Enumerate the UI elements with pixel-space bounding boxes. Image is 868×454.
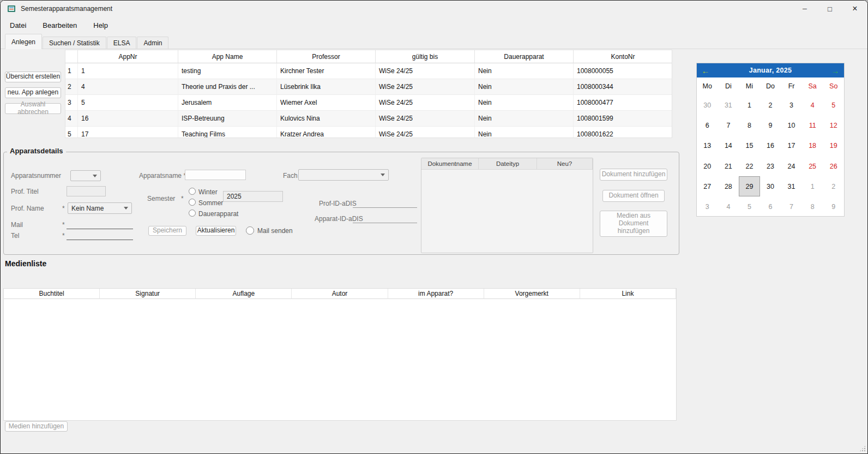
app-table-row[interactable]: 416ISP-BetreuungKulovics NinaWiSe 24/25N… (65, 111, 672, 127)
prof-id-adis-input[interactable] (353, 198, 417, 208)
column-header-index[interactable] (65, 50, 78, 63)
apparat-id-adis-input[interactable] (353, 213, 417, 223)
menu-help[interactable]: Help (85, 18, 116, 33)
column-header-buchtitel[interactable]: Buchtitel (4, 289, 100, 299)
column-header-im-apparat[interactable]: im Apparat? (388, 289, 484, 299)
prev-month-icon[interactable]: ← (697, 66, 714, 75)
neue-app-anlegen-button[interactable]: neu. App anlegen (5, 87, 61, 98)
resize-grip[interactable] (859, 445, 866, 452)
tab-suchen-statistik[interactable]: Suchen / Statistik (43, 37, 106, 49)
column-header-signatur[interactable]: Signatur (100, 289, 196, 299)
calendar-day[interactable]: 17 (781, 136, 802, 156)
column-header-link[interactable]: Link (580, 289, 676, 299)
dauerapparat-radio[interactable] (189, 210, 196, 217)
calendar-day[interactable]: 6 (697, 115, 718, 135)
dokument-hinzufuegen-button[interactable]: Dokument hinzufügen (600, 169, 667, 181)
mail-input[interactable] (67, 219, 133, 229)
column-header-dateityp[interactable]: Dateityp (479, 158, 537, 170)
aktualisieren-button[interactable]: Aktualisieren (196, 226, 236, 236)
sommer-radio[interactable] (189, 199, 196, 206)
next-month-icon[interactable]: → (827, 66, 844, 75)
prof-name-select[interactable]: Kein Name (68, 202, 132, 214)
uebersicht-erstellen-button[interactable]: Übersicht erstellen (5, 71, 61, 82)
semester-jahr-input[interactable] (223, 191, 283, 202)
winter-radio[interactable] (189, 188, 196, 195)
tab-anlegen[interactable]: Anlegen (5, 34, 42, 49)
calendar-day[interactable]: 16 (760, 136, 781, 156)
calendar-day[interactable]: 27 (697, 176, 718, 196)
calendar-day[interactable]: 30 (697, 95, 718, 115)
column-header-gueltig-bis[interactable]: gültig bis (376, 50, 475, 63)
calendar-day[interactable]: 29 (739, 176, 760, 196)
calendar-day[interactable]: 1 (802, 176, 823, 196)
maximize-icon[interactable]: □ (817, 1, 842, 17)
minimize-icon[interactable]: ─ (792, 1, 817, 17)
calendar-day[interactable]: 3 (781, 95, 802, 115)
app-table-row[interactable]: 11testingKirchner TesterWiSe 24/25Nein10… (65, 63, 672, 79)
calendar-day[interactable]: 9 (823, 196, 844, 217)
calendar-day[interactable]: 11 (802, 115, 823, 135)
calendar-day[interactable]: 28 (718, 176, 739, 196)
calendar-day[interactable]: 25 (802, 156, 823, 176)
calendar-day[interactable]: 8 (739, 115, 760, 135)
auswahl-abbrechen-button[interactable]: Auswahl abbrechen (5, 103, 61, 114)
calendar-day[interactable]: 2 (760, 95, 781, 115)
apparatsname-input[interactable] (185, 170, 246, 180)
speichern-button[interactable]: Speichern (148, 226, 186, 236)
column-header-app-name[interactable]: App Name (178, 50, 277, 63)
calendar-day[interactable]: 22 (739, 156, 760, 176)
app-table-row[interactable]: 35JerusalemWiemer AxelWiSe 24/25Nein1008… (65, 95, 672, 111)
calendar-day[interactable]: 3 (697, 196, 718, 217)
column-header-auflage[interactable]: Auflage (196, 289, 292, 299)
calendar-day[interactable]: 13 (697, 136, 718, 156)
column-header-kontonr[interactable]: KontoNr (574, 50, 672, 63)
calendar-day[interactable]: 1 (739, 95, 760, 115)
column-header-dauerapparat[interactable]: Dauerapparat (475, 50, 574, 63)
calendar-day[interactable]: 24 (781, 156, 802, 176)
app-table-row[interactable]: 517Teaching FilmsKratzer AndreaWiSe 24/2… (65, 127, 672, 138)
menu-datei[interactable]: Datei (2, 18, 34, 33)
calendar-day[interactable]: 20 (697, 156, 718, 176)
calendar-day[interactable]: 30 (760, 176, 781, 196)
medien-hinzufuegen-button[interactable]: Medien hinzufügen (5, 421, 68, 432)
mail-senden-checkbox[interactable] (246, 226, 254, 235)
tel-input[interactable] (67, 230, 133, 240)
tab-elsa[interactable]: ELSA (107, 37, 137, 49)
dokument-oeffnen-button[interactable]: Dokument öffnen (602, 190, 665, 202)
calendar-day[interactable]: 14 (718, 136, 739, 156)
column-header-dokumentname[interactable]: Dokumentname (421, 158, 479, 170)
fach-select[interactable] (298, 169, 389, 181)
column-header-autor[interactable]: Autor (292, 289, 388, 299)
calendar-day[interactable]: 7 (718, 115, 739, 135)
calendar-day[interactable]: 31 (781, 176, 802, 196)
calendar-day[interactable]: 2 (823, 176, 844, 196)
column-header-vorgemerkt[interactable]: Vorgemerkt (484, 289, 580, 299)
column-header-professor[interactable]: Professor (277, 50, 376, 63)
close-icon[interactable]: × (842, 1, 867, 17)
calendar-day[interactable]: 5 (823, 95, 844, 115)
calendar-day[interactable]: 9 (760, 115, 781, 135)
calendar-day[interactable]: 18 (802, 136, 823, 156)
calendar-day[interactable]: 7 (781, 196, 802, 217)
apparatsnummer-select[interactable] (70, 170, 101, 181)
tab-admin[interactable]: Admin (137, 37, 168, 49)
column-header-appnr[interactable]: AppNr (78, 50, 178, 63)
calendar-day[interactable]: 31 (718, 95, 739, 115)
calendar-day[interactable]: 26 (823, 156, 844, 176)
calendar-day[interactable]: 4 (802, 95, 823, 115)
column-header-neu[interactable]: Neu? (537, 158, 593, 170)
medien-aus-dokument-button[interactable]: Medien aus Dokument hinzufügen (600, 211, 667, 237)
calendar-month-year[interactable]: Januar, 2025 (714, 67, 827, 74)
calendar-day[interactable]: 5 (739, 196, 760, 217)
calendar-day[interactable]: 23 (760, 156, 781, 176)
calendar-day[interactable]: 19 (823, 136, 844, 156)
calendar-day[interactable]: 6 (760, 196, 781, 217)
calendar-day[interactable]: 4 (718, 196, 739, 217)
calendar-day[interactable]: 15 (739, 136, 760, 156)
prof-titel-input[interactable] (67, 186, 106, 196)
menu-bearbeiten[interactable]: Bearbeiten (34, 18, 85, 33)
calendar-day[interactable]: 21 (718, 156, 739, 176)
app-table-row[interactable]: 24Theorie und Praxis der ...Lüsebrink Il… (65, 79, 672, 95)
calendar-day[interactable]: 12 (823, 115, 844, 135)
calendar-day[interactable]: 10 (781, 115, 802, 135)
